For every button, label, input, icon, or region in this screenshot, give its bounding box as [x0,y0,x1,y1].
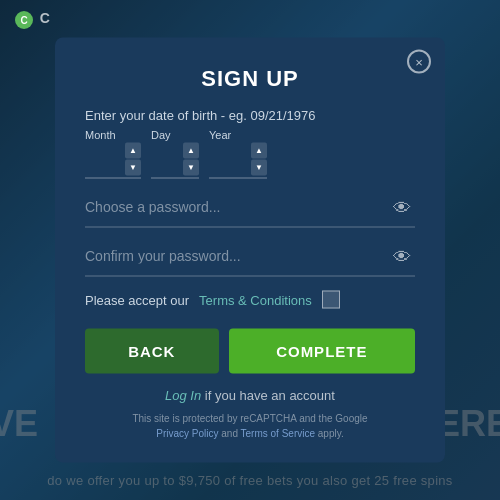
login-link[interactable]: Log In [165,388,201,403]
year-down-button[interactable]: ▼ [251,160,267,176]
terms-link[interactable]: Terms & Conditions [199,292,312,307]
day-input[interactable] [151,152,183,167]
modal-title: SIGN UP [85,66,415,92]
login-suffix: if you have an account [201,388,335,403]
captcha-and: and [218,428,240,439]
month-spinner: ▲ ▼ [125,143,141,176]
complete-button[interactable]: COMPLETE [229,329,415,374]
logo-icon: C [14,11,40,26]
buttons-row: BACK COMPLETE [85,329,415,374]
month-down-button[interactable]: ▼ [125,160,141,176]
month-label: Month [85,129,141,141]
captcha-terms-link[interactable]: Terms of Service [241,428,315,439]
day-col: Day ▲ ▼ [151,129,199,179]
dob-label: Enter your date of birth - eg. 09/21/197… [85,108,415,123]
svg-text:C: C [20,15,27,26]
close-button[interactable]: × [407,50,431,74]
year-spinner: ▲ ▼ [251,143,267,176]
captcha-line1: This site is protected by reCAPTCHA and … [132,413,367,424]
year-input[interactable] [209,152,251,167]
dob-row: Month ▲ ▼ Day ▲ ▼ Year [85,129,415,179]
month-up-button[interactable]: ▲ [125,143,141,159]
password-field: 👁 [85,191,415,228]
year-input-wrap: ▲ ▼ [209,143,267,179]
password-eye-icon[interactable]: 👁 [393,198,411,219]
captcha-privacy-link[interactable]: Privacy Policy [156,428,218,439]
logo-text: C [40,10,50,26]
terms-row: Please accept our Terms & Conditions [85,291,415,309]
password-input[interactable] [85,191,415,219]
captcha-text: This site is protected by reCAPTCHA and … [85,411,415,441]
terms-prefix: Please accept our [85,292,189,307]
login-link-row: Log In if you have an account [85,388,415,403]
month-col: Month ▲ ▼ [85,129,141,179]
year-col: Year ▲ ▼ [209,129,267,179]
back-button[interactable]: BACK [85,329,219,374]
day-label: Day [151,129,199,141]
year-up-button[interactable]: ▲ [251,143,267,159]
year-label: Year [209,129,267,141]
confirm-eye-icon[interactable]: 👁 [393,247,411,268]
captcha-suffix: apply. [315,428,344,439]
month-input-wrap: ▲ ▼ [85,143,141,179]
confirm-password-input[interactable] [85,240,415,268]
terms-checkbox[interactable] [322,291,340,309]
day-input-wrap: ▲ ▼ [151,143,199,179]
confirm-password-field: 👁 [85,240,415,277]
logo: C C [14,10,50,30]
day-down-button[interactable]: ▼ [183,160,199,176]
day-spinner: ▲ ▼ [183,143,199,176]
signup-modal: × SIGN UP Enter your date of birth - eg.… [55,38,445,463]
day-up-button[interactable]: ▲ [183,143,199,159]
month-input[interactable] [85,152,125,167]
